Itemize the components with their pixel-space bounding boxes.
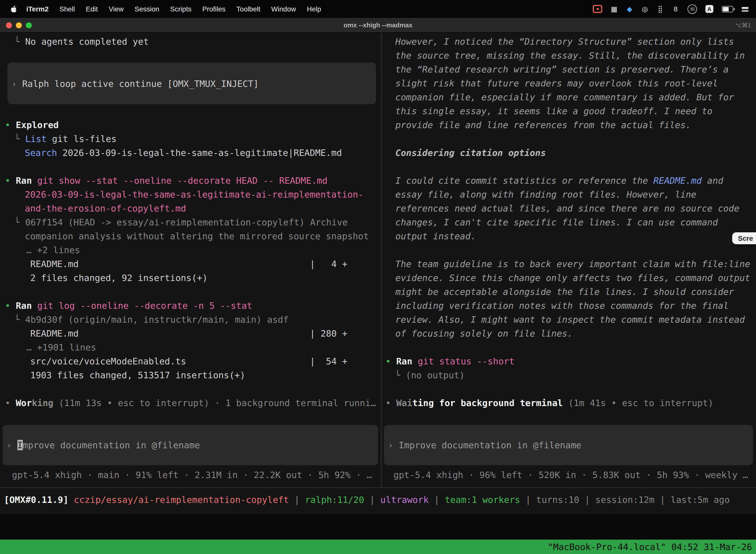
text-segment: git show --stat --oneline --decorate HEA… <box>32 175 327 186</box>
text-segment: The team guideline is to back every impo… <box>395 259 750 269</box>
session-status: gpt-5.4 xhigh · main · 91% left · 2.31M … <box>0 465 381 488</box>
terminal-line: └ List git ls-files <box>5 132 379 146</box>
window-title-bar[interactable]: omx --xhigh --madmax ⌥⌘1 <box>0 18 756 33</box>
ralph-loop-banner: › Ralph loop active continue [OMX_TMUX_I… <box>7 63 376 104</box>
text-segment: including verification notes with those … <box>395 300 729 311</box>
text-segment: Explored <box>16 120 59 130</box>
tmux-host-clock: "MacBook-Pro-44.local" 04:52 31-Mar-26 <box>548 540 752 554</box>
terminal-line: README.md | 280 + <box>5 327 379 340</box>
text-segment: this single essay, it seems like a good … <box>395 106 712 116</box>
terminal-line: output instead. <box>385 229 755 243</box>
menu-item-help[interactable]: Help <box>301 5 327 13</box>
omx-status-segment: | <box>429 494 445 505</box>
terminal-line: • Ran git status --short <box>385 354 755 368</box>
dots-grid-icon[interactable]: ⣿ <box>657 4 664 13</box>
tab-shortcut: ⌥⌘1 <box>735 21 751 29</box>
text-segment: • <box>385 356 396 366</box>
screen-notification[interactable]: Scre <box>732 232 756 244</box>
terminal-line: 2026-03-09-is-legal-the-same-as-legitima… <box>5 188 379 202</box>
terminal-line: 2 files changed, 92 insertions(+) <box>5 271 379 285</box>
text-segment: ting for background terminal <box>412 398 563 408</box>
text-segment: No agents completed yet <box>25 36 149 47</box>
text-segment: the source tree, missing the essay. Stil… <box>395 50 745 61</box>
screen-recording-indicator[interactable] <box>593 5 602 13</box>
terminal-line: • Ran git show --stat --oneline --decora… <box>5 174 379 188</box>
omx-status-segment <box>68 494 74 505</box>
prompt-input[interactable]: › Improve documentation in @filename <box>384 425 753 465</box>
right-pane[interactable]: However, I noticed the “Directory Struct… <box>381 33 756 488</box>
text-segment: essay file, along with finding root file… <box>395 189 696 200</box>
session-status: gpt-5.4 xhigh · 96% left · 520K in · 5.8… <box>381 465 756 488</box>
terminal-line: provide file and line references from th… <box>385 118 755 132</box>
text-segment: └ <box>395 370 405 380</box>
text-segment: README.md | 280 + <box>30 328 348 339</box>
text-segment: slight risk that future readers may over… <box>395 78 718 88</box>
menu-item-edit[interactable]: Edit <box>80 5 103 13</box>
text-segment: 1903 files changed, 513517 insertions(+) <box>30 370 245 380</box>
menu-bar-status-icons: ▦◆◎⣿8.61A <box>593 4 749 14</box>
menu-item-window[interactable]: Window <box>266 5 302 13</box>
text-segment: and-the-erosion-of-copyleft.md <box>25 203 186 214</box>
text-segment: 4b9d30f (origin/main, instructkr/main, m… <box>25 314 289 325</box>
terminal-line: companion file, especially if more comme… <box>385 90 755 104</box>
terminal-line: essay file, along with finding root file… <box>385 188 755 202</box>
terminal-line: companion analysis without altering the … <box>5 229 379 243</box>
terminal-line: might be acceptable alongside the file l… <box>385 285 755 299</box>
blue-app-icon[interactable]: ◆ <box>626 4 633 13</box>
terminal-line <box>5 160 379 174</box>
prompt-input[interactable]: › Improve documentation in @filename <box>2 425 378 465</box>
control-center-icon[interactable] <box>742 6 749 12</box>
menu-item-view[interactable]: View <box>103 5 129 13</box>
text-segment: • <box>5 175 16 186</box>
text-segment: provide file and line references from th… <box>395 120 691 130</box>
left-scrollback: └ No agents completed yet › Ralph loop a… <box>0 33 381 410</box>
menu-item-toolbelt[interactable]: Toolbelt <box>231 5 266 13</box>
terminal-line <box>385 132 755 146</box>
app-icon-8[interactable]: 8 <box>672 4 679 13</box>
apple-menu-icon[interactable] <box>10 5 17 13</box>
text-segment: Wai <box>396 398 412 408</box>
right-pane-bottom: › Improve documentation in @filename gpt… <box>381 425 756 488</box>
battery-percent-icon[interactable]: .61 <box>688 4 697 14</box>
text-segment: the “Related research writing” section i… <box>395 64 729 74</box>
terminal-line: slight risk that future readers may over… <box>385 76 755 90</box>
menu-item-profiles[interactable]: Profiles <box>197 5 231 13</box>
text-segment: changes, I can't cite specific file line… <box>395 217 718 227</box>
terminal-line: • Working (11m 13s • esc to interrupt) ·… <box>5 396 379 410</box>
omx-status-segment: ultrawork <box>380 494 429 505</box>
terminal-line <box>5 285 379 299</box>
terminal-line: 1903 files changed, 513517 insertions(+) <box>5 368 379 382</box>
menu-item-session[interactable]: Session <box>129 5 165 13</box>
terminal-line: the source tree, missing the essay. Stil… <box>385 49 755 63</box>
text-segment: └ <box>14 314 25 325</box>
text-segment: • <box>5 398 16 408</box>
menu-item-shell[interactable]: Shell <box>54 5 80 13</box>
prompt-chevron: › <box>6 440 17 450</box>
menu-item-scripts[interactable]: Scripts <box>165 5 197 13</box>
omx-status-segment: | <box>579 494 595 505</box>
text-segment: might be acceptable alongside the file l… <box>395 286 734 297</box>
text-segment: I could cite commit statistics or refere… <box>395 175 653 186</box>
text-segment: Ran <box>396 356 412 366</box>
omx-status-segment: last:5m ago <box>671 494 730 505</box>
terminal-line <box>385 243 755 257</box>
text-segment: companion analysis without altering the … <box>25 231 369 241</box>
text-segment: └ <box>14 133 25 144</box>
circle-app-icon[interactable]: ◎ <box>641 4 648 13</box>
menu-item-iterm2[interactable]: iTerm2 <box>21 5 54 13</box>
grid-app-icon[interactable]: ▦ <box>611 4 618 13</box>
battery-icon[interactable] <box>722 6 733 12</box>
text-segment: 2026-03-09-is-legal-the-same-as-legitima… <box>25 189 363 200</box>
menu-items: iTerm2ShellEditViewSessionScriptsProfile… <box>21 5 327 13</box>
terminal-line: and-the-erosion-of-copyleft.md <box>5 202 379 215</box>
prompt-chevron: › <box>388 440 398 450</box>
text-segment: companion file, especially if more comme… <box>395 92 734 102</box>
input-source-icon[interactable]: A <box>705 5 713 13</box>
terminal-area: └ No agents completed yet › Ralph loop a… <box>0 33 756 488</box>
text-segment: evidence. Since this change only affects… <box>395 273 750 283</box>
terminal-line: └ (no output) <box>385 368 755 382</box>
left-pane[interactable]: └ No agents completed yet › Ralph loop a… <box>0 33 381 488</box>
omx-status-segment: team:1 workers <box>445 494 520 505</box>
window-title: omx --xhigh --madmax <box>0 21 756 29</box>
terminal-line: evidence. Since this change only affects… <box>385 271 755 285</box>
